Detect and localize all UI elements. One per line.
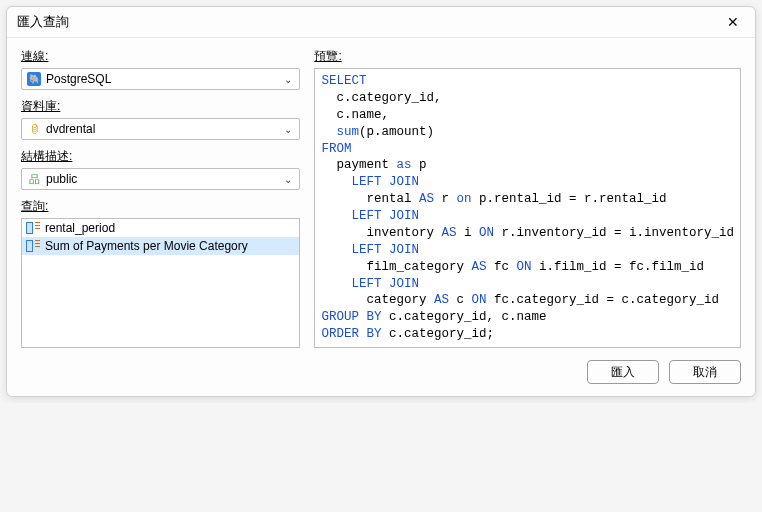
connection-value: PostgreSQL bbox=[46, 72, 281, 86]
schema-combo[interactable]: 品 public ⌄ bbox=[21, 168, 300, 190]
connection-combo[interactable]: 🐘 PostgreSQL ⌄ bbox=[21, 68, 300, 90]
sql-keyword: GROUP BY bbox=[321, 310, 381, 324]
import-query-dialog: 匯入查詢 ✕ 連線: 🐘 PostgreSQL ⌄ 資料庫: 🛢 dvdrent… bbox=[6, 6, 756, 397]
chevron-down-icon: ⌄ bbox=[281, 74, 295, 85]
schema-label: 結構描述: bbox=[21, 148, 300, 165]
right-column: 預覽: SELECT c.category_id, c.name, sum(p.… bbox=[314, 46, 741, 348]
query-icon bbox=[26, 222, 40, 234]
schema-value: public bbox=[46, 172, 281, 186]
sql-keyword: on bbox=[456, 192, 471, 206]
dialog-content: 連線: 🐘 PostgreSQL ⌄ 資料庫: 🛢 dvdrental ⌄ 結構… bbox=[7, 38, 755, 352]
sql-keyword: FROM bbox=[321, 142, 351, 156]
sql-keyword: ON bbox=[471, 293, 486, 307]
import-button[interactable]: 匯入 bbox=[587, 360, 659, 384]
query-list[interactable]: rental_periodSum of Payments per Movie C… bbox=[21, 218, 300, 348]
sql-keyword: AS bbox=[441, 226, 456, 240]
database-icon: 🛢 bbox=[26, 121, 42, 137]
dialog-title: 匯入查詢 bbox=[17, 13, 69, 31]
sql-keyword: ORDER BY bbox=[321, 327, 381, 341]
cancel-button[interactable]: 取消 bbox=[669, 360, 741, 384]
query-label: 查詢: bbox=[21, 198, 300, 215]
preview-label: 預覽: bbox=[314, 48, 741, 65]
sql-keyword: SELECT bbox=[321, 74, 366, 88]
query-icon bbox=[26, 240, 40, 252]
sql-keyword: ON bbox=[516, 260, 531, 274]
sql-keyword: sum bbox=[336, 125, 359, 139]
connection-label: 連線: bbox=[21, 48, 300, 65]
chevron-down-icon: ⌄ bbox=[281, 124, 295, 135]
left-column: 連線: 🐘 PostgreSQL ⌄ 資料庫: 🛢 dvdrental ⌄ 結構… bbox=[21, 46, 300, 348]
postgresql-icon: 🐘 bbox=[26, 71, 42, 87]
dialog-footer: 匯入 取消 bbox=[7, 352, 755, 396]
query-item[interactable]: rental_period bbox=[22, 219, 299, 237]
query-item-label: rental_period bbox=[45, 221, 115, 235]
query-item[interactable]: Sum of Payments per Movie Category bbox=[22, 237, 299, 255]
sql-keyword: LEFT JOIN bbox=[351, 277, 419, 291]
database-combo[interactable]: 🛢 dvdrental ⌄ bbox=[21, 118, 300, 140]
sql-preview: SELECT c.category_id, c.name, sum(p.amou… bbox=[314, 68, 741, 348]
sql-keyword: ON bbox=[479, 226, 494, 240]
sql-keyword: AS bbox=[434, 293, 449, 307]
close-icon[interactable]: ✕ bbox=[721, 14, 745, 30]
query-item-label: Sum of Payments per Movie Category bbox=[45, 239, 248, 253]
sql-keyword: LEFT JOIN bbox=[351, 175, 419, 189]
sql-keyword: LEFT JOIN bbox=[351, 243, 419, 257]
schema-icon: 品 bbox=[26, 171, 42, 187]
titlebar: 匯入查詢 ✕ bbox=[7, 7, 755, 38]
database-value: dvdrental bbox=[46, 122, 281, 136]
sql-keyword: LEFT JOIN bbox=[351, 209, 419, 223]
sql-keyword: AS bbox=[419, 192, 434, 206]
sql-keyword: as bbox=[396, 158, 411, 172]
chevron-down-icon: ⌄ bbox=[281, 174, 295, 185]
sql-keyword: AS bbox=[471, 260, 486, 274]
database-label: 資料庫: bbox=[21, 98, 300, 115]
